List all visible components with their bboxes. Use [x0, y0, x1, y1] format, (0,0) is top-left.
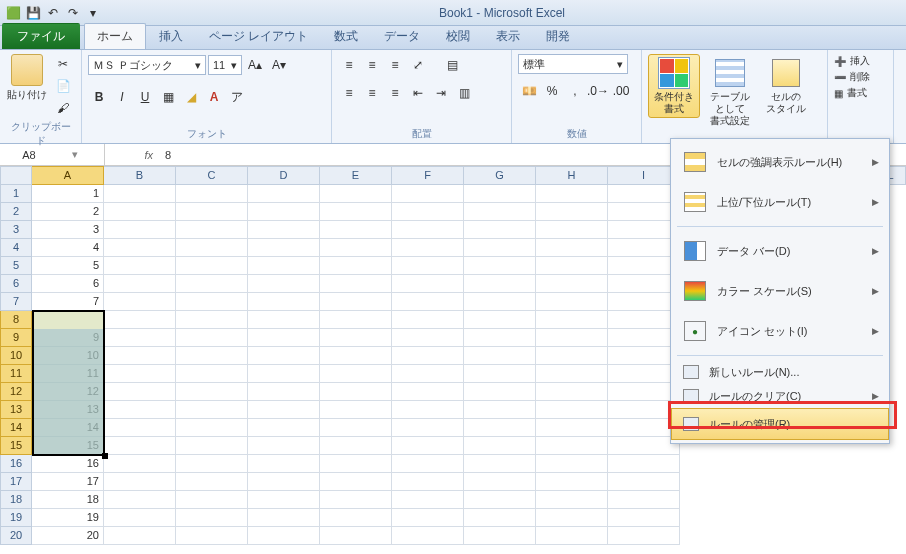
row-header[interactable]: 7	[0, 293, 32, 311]
cell[interactable]	[248, 311, 320, 329]
indent-decrease-icon[interactable]: ⇤	[407, 82, 429, 104]
decrease-decimal-icon[interactable]: .00	[610, 80, 632, 102]
cell[interactable]	[464, 527, 536, 545]
cell[interactable]: 19	[32, 509, 104, 527]
cell[interactable]	[320, 293, 392, 311]
bold-button[interactable]: B	[88, 86, 110, 108]
cut-icon[interactable]: ✂	[52, 54, 74, 74]
row-header[interactable]: 15	[0, 437, 32, 455]
align-right-icon[interactable]: ≡	[384, 82, 406, 104]
menu-manage-rules[interactable]: ルールの管理(R)...	[671, 408, 889, 440]
insert-cells-button[interactable]: ➕挿入	[834, 54, 870, 68]
cell[interactable]: 11	[32, 365, 104, 383]
cell[interactable]	[464, 203, 536, 221]
format-painter-icon[interactable]: 🖌	[52, 98, 74, 118]
row-header[interactable]: 4	[0, 239, 32, 257]
cell[interactable]	[464, 293, 536, 311]
cell[interactable]	[536, 473, 608, 491]
cell[interactable]	[248, 419, 320, 437]
row-header[interactable]: 2	[0, 203, 32, 221]
cell[interactable]	[248, 473, 320, 491]
cell[interactable]	[104, 491, 176, 509]
cell[interactable]	[176, 491, 248, 509]
cell[interactable]	[320, 491, 392, 509]
cell[interactable]	[248, 509, 320, 527]
column-header[interactable]: F	[392, 166, 464, 185]
row-header[interactable]: 20	[0, 527, 32, 545]
cell[interactable]	[536, 203, 608, 221]
delete-cells-button[interactable]: ➖削除	[834, 70, 870, 84]
cell[interactable]	[248, 185, 320, 203]
cell[interactable]	[176, 509, 248, 527]
cell[interactable]: 13	[32, 401, 104, 419]
cell[interactable]	[392, 527, 464, 545]
cell[interactable]: 7	[32, 293, 104, 311]
cell[interactable]	[176, 365, 248, 383]
cell[interactable]	[536, 329, 608, 347]
merge-cells-icon[interactable]: ▥	[453, 82, 475, 104]
row-header[interactable]: 17	[0, 473, 32, 491]
cell[interactable]	[536, 437, 608, 455]
cell[interactable]	[104, 203, 176, 221]
font-size-select[interactable]: 11▾	[208, 55, 242, 75]
cell[interactable]	[248, 257, 320, 275]
format-cells-button[interactable]: ▦書式	[834, 86, 870, 100]
cell[interactable]: 14	[32, 419, 104, 437]
cell[interactable]	[392, 185, 464, 203]
cell[interactable]	[536, 257, 608, 275]
cell[interactable]	[320, 365, 392, 383]
cell[interactable]	[464, 455, 536, 473]
tab-file[interactable]: ファイル	[2, 23, 80, 49]
row-header[interactable]: 11	[0, 365, 32, 383]
cell[interactable]	[104, 275, 176, 293]
row-header[interactable]: 6	[0, 275, 32, 293]
cell[interactable]: 5	[32, 257, 104, 275]
cell[interactable]	[176, 257, 248, 275]
cell[interactable]	[320, 257, 392, 275]
cell[interactable]: 8	[32, 311, 104, 329]
cell[interactable]: 17	[32, 473, 104, 491]
row-header[interactable]: 14	[0, 419, 32, 437]
orientation-icon[interactable]: ⤢	[407, 54, 429, 76]
row-header[interactable]: 9	[0, 329, 32, 347]
cell[interactable]	[248, 203, 320, 221]
align-middle-icon[interactable]: ≡	[361, 54, 383, 76]
cell[interactable]	[392, 257, 464, 275]
menu-highlight-cells-rules[interactable]: セルの強調表示ルール(H) ▶	[671, 142, 889, 182]
column-header[interactable]: A	[32, 166, 104, 185]
cell[interactable]	[248, 221, 320, 239]
row-header[interactable]: 1	[0, 185, 32, 203]
cell[interactable]	[608, 509, 680, 527]
cell[interactable]	[392, 311, 464, 329]
cell[interactable]	[248, 275, 320, 293]
cell[interactable]	[248, 239, 320, 257]
percent-format-icon[interactable]: %	[541, 80, 563, 102]
cell[interactable]	[248, 527, 320, 545]
cell[interactable]	[464, 383, 536, 401]
fill-color-button[interactable]: ◢	[180, 86, 202, 108]
cell[interactable]	[176, 239, 248, 257]
cell[interactable]	[176, 221, 248, 239]
cell[interactable]	[248, 293, 320, 311]
cell[interactable]	[104, 509, 176, 527]
row-header[interactable]: 8	[0, 311, 32, 329]
cell[interactable]	[320, 437, 392, 455]
cell[interactable]	[176, 401, 248, 419]
grow-font-icon[interactable]: A▴	[244, 54, 266, 76]
cell[interactable]	[536, 221, 608, 239]
indent-increase-icon[interactable]: ⇥	[430, 82, 452, 104]
cell[interactable]	[104, 347, 176, 365]
redo-icon[interactable]: ↷	[64, 4, 82, 22]
tab-formulas[interactable]: 数式	[321, 23, 371, 49]
cell[interactable]: 20	[32, 527, 104, 545]
cell[interactable]	[464, 257, 536, 275]
cell[interactable]	[320, 275, 392, 293]
save-icon[interactable]: 💾	[24, 4, 42, 22]
cell[interactable]	[320, 509, 392, 527]
align-center-icon[interactable]: ≡	[361, 82, 383, 104]
cell[interactable]	[104, 527, 176, 545]
cell[interactable]	[104, 311, 176, 329]
wrap-text-icon[interactable]: ▤	[441, 54, 463, 76]
cell[interactable]	[176, 527, 248, 545]
cell[interactable]	[104, 455, 176, 473]
